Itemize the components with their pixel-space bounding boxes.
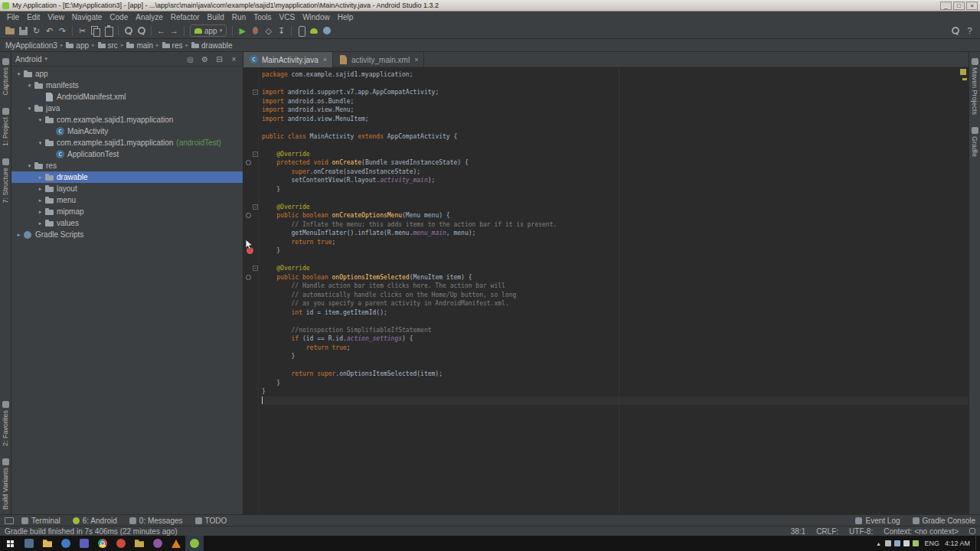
taskbar-app-2-taskbar-button[interactable] (57, 536, 75, 551)
sdk-manager-icon[interactable] (308, 24, 321, 37)
code-line[interactable]: } (262, 379, 969, 388)
code-line[interactable]: return true; (262, 238, 969, 247)
tree-item-manifests[interactable]: ▾manifests (11, 80, 243, 91)
menu-item-vcs[interactable]: VCS (276, 11, 299, 23)
help-icon[interactable]: ? (963, 24, 976, 37)
code-line[interactable]: super.onCreate(savedInstanceState); (262, 168, 969, 177)
code-line[interactable] (262, 361, 969, 370)
override-method-icon[interactable] (246, 160, 251, 165)
collapse-all-icon[interactable]: ⊟ (214, 55, 224, 64)
error-stripe-mark[interactable] (962, 78, 967, 80)
menu-item-analyze[interactable]: Analyze (132, 11, 167, 23)
scroll-from-source-icon[interactable]: ◎ (185, 55, 195, 64)
fold-marker-icon[interactable]: − (253, 204, 258, 210)
minimize-button[interactable]: _ (940, 2, 952, 10)
code-line[interactable]: import android.view.MenuItem; (262, 115, 969, 124)
avd-manager-icon[interactable] (295, 24, 308, 37)
code-line[interactable]: //noinspection SimplifiableIfStatement (262, 326, 969, 335)
code-line[interactable]: @Override (262, 264, 969, 273)
tool-stripe-button-2-favorites[interactable]: 2: Favorites (2, 401, 9, 446)
tree-item-mainactivity[interactable]: MainActivity (11, 126, 243, 137)
tree-item-applicationtest[interactable]: ApplicationTest (11, 148, 243, 160)
file-explorer-taskbar-button[interactable] (38, 536, 57, 551)
code-line[interactable] (262, 123, 969, 132)
menu-item-refactor[interactable]: Refactor (167, 11, 204, 23)
taskbar-app-1-taskbar-button[interactable] (20, 536, 38, 551)
tool-window-button-6-android[interactable]: 6: Android (73, 517, 117, 525)
code-line[interactable]: import android.os.Bundle; (262, 97, 969, 106)
clock[interactable]: 4:12 AM (945, 540, 970, 547)
cut-icon[interactable]: ✂ (76, 24, 89, 37)
tree-expanded-arrow-icon[interactable]: ▾ (36, 117, 44, 123)
menu-item-file[interactable]: File (3, 11, 23, 23)
photo-viewer-taskbar-button[interactable] (149, 536, 167, 551)
back-icon[interactable]: ← (155, 24, 168, 37)
breadcrumb-item-res[interactable]: res (162, 41, 183, 50)
tray-icon-3[interactable] (903, 540, 910, 546)
tree-item-res[interactable]: ▾res (11, 160, 243, 171)
breadcrumb-item-src[interactable]: src (98, 41, 118, 50)
code-line[interactable]: return true; (262, 344, 969, 353)
code-line[interactable]: } (262, 185, 969, 194)
undo-icon[interactable]: ↶ (43, 24, 56, 37)
tool-stripe-button-build-variants[interactable]: Build Variants (2, 458, 9, 510)
paste-icon[interactable] (102, 24, 115, 37)
code-area[interactable]: package com.example.sajid1.myapplication… (260, 67, 969, 514)
tool-stripe-button-gradle[interactable]: Gradle (971, 127, 978, 157)
fold-marker-icon[interactable]: − (253, 266, 258, 271)
caret-position[interactable]: 38:1 (791, 527, 805, 536)
language-indicator[interactable]: ENG (924, 540, 939, 547)
tree-expanded-arrow-icon[interactable]: ▾ (25, 106, 34, 112)
tool-window-button-event-log[interactable]: Event Log (855, 517, 900, 525)
copy-icon[interactable] (89, 24, 102, 37)
tree-item-mipmap[interactable]: ▸mipmap (11, 206, 243, 217)
find-icon[interactable] (122, 24, 135, 37)
tree-collapsed-arrow-icon[interactable]: ▸ (36, 197, 44, 204)
run-coverage-icon[interactable]: ◇ (262, 24, 275, 37)
tool-window-switcher-icon[interactable] (5, 517, 14, 524)
code-line[interactable]: public boolean onCreateOptionsMenu(Menu … (262, 211, 969, 220)
lock-icon[interactable] (969, 528, 975, 534)
tool-stripe-button-1-project[interactable]: 1: Project (2, 108, 9, 146)
android-studio-taskbar-button[interactable] (185, 536, 204, 551)
close-button[interactable]: × (966, 2, 978, 10)
tree-collapsed-arrow-icon[interactable]: ▸ (36, 174, 44, 181)
run-configuration-select[interactable]: app▾ (190, 24, 227, 37)
tool-stripe-button-maven-projects[interactable]: Maven Projects (971, 58, 978, 115)
menu-item-build[interactable]: Build (204, 11, 228, 23)
context-indicator[interactable]: Context: <no context> (884, 527, 959, 536)
tree-expanded-arrow-icon[interactable]: ▾ (25, 163, 34, 169)
menu-item-edit[interactable]: Edit (23, 11, 44, 23)
code-line[interactable]: public boolean onOptionsItemSelected(Men… (262, 273, 969, 282)
show-desktop-button[interactable] (975, 536, 978, 551)
code-line[interactable]: } (262, 352, 969, 361)
line-separator-indicator[interactable]: CRLF: (816, 527, 838, 536)
code-line[interactable] (262, 141, 969, 150)
code-line[interactable]: package com.example.sajid1.myapplication… (262, 70, 969, 80)
redo-icon[interactable]: ↷ (56, 24, 69, 37)
tool-stripe-button-captures[interactable]: Captures (2, 58, 9, 96)
maximize-button[interactable]: □ (953, 2, 965, 10)
tree-item-androidmanifest-xml[interactable]: AndroidManifest.xml (11, 91, 243, 103)
taskbar-folder-2-taskbar-button[interactable] (130, 536, 149, 551)
tree-item-gradle-scripts[interactable]: ▸Gradle Scripts (11, 229, 243, 240)
vlc-taskbar-button[interactable] (167, 536, 185, 551)
code-line[interactable] (262, 194, 969, 203)
tool-stripe-button-7-structure[interactable]: 7: Structure (2, 158, 9, 204)
code-line[interactable]: @Override (262, 203, 969, 212)
tool-window-button-todo[interactable]: TODO (195, 517, 227, 525)
start-button[interactable] (0, 536, 20, 551)
fold-marker-icon[interactable]: − (253, 90, 258, 95)
media-player-taskbar-button[interactable] (75, 536, 93, 551)
tab-close-icon[interactable]: × (414, 56, 418, 64)
breadcrumb-item-myapplication3[interactable]: MyApplication3 (5, 41, 57, 50)
code-line[interactable]: import android.view.Menu; (262, 106, 969, 115)
menu-item-navigate[interactable]: Navigate (68, 11, 106, 23)
code-line[interactable] (262, 256, 969, 265)
search-everywhere-icon[interactable] (949, 24, 962, 37)
tree-expanded-arrow-icon[interactable]: ▾ (36, 140, 44, 146)
project-view-selector[interactable]: Android ▾ (15, 55, 47, 64)
save-all-icon[interactable] (17, 24, 30, 37)
override-method-icon[interactable] (246, 275, 251, 280)
tree-item-drawable[interactable]: ▸drawable (11, 171, 243, 183)
